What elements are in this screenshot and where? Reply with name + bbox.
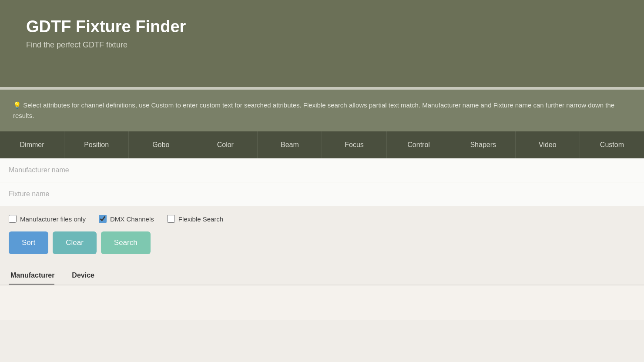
category-btn-custom[interactable]: Custom: [580, 131, 644, 158]
checkboxes-row: Manufacturer files only DMX Channels Fle…: [0, 206, 644, 227]
tabs-row: Manufacturer Device: [0, 263, 644, 285]
category-btn-video[interactable]: Video: [516, 131, 580, 158]
search-section: Manufacturer files only DMX Channels Fle…: [0, 158, 644, 285]
search-button[interactable]: Search: [101, 231, 151, 254]
category-btn-beam[interactable]: Beam: [258, 131, 322, 158]
page-subtitle: Find the perfect GDTF fixture: [26, 40, 618, 50]
header-section: GDTF Fixture Finder Find the perfect GDT…: [0, 0, 644, 87]
fixture-input[interactable]: [0, 182, 644, 206]
category-bar: Dimmer Position Gobo Color Beam Focus Co…: [0, 131, 644, 158]
clear-button[interactable]: Clear: [53, 231, 97, 254]
category-btn-color[interactable]: Color: [193, 131, 258, 158]
category-btn-dimmer[interactable]: Dimmer: [0, 131, 64, 158]
manufacturer-files-only-checkbox[interactable]: [9, 215, 17, 223]
category-btn-focus[interactable]: Focus: [322, 131, 386, 158]
flexible-search-text: Flexible Search: [178, 215, 223, 223]
category-btn-control[interactable]: Control: [387, 131, 451, 158]
flexible-search-label[interactable]: Flexible Search: [167, 215, 223, 223]
tab-device[interactable]: Device: [70, 267, 103, 285]
buttons-row: Sort Clear Search: [0, 227, 644, 263]
flexible-search-checkbox[interactable]: [167, 215, 175, 223]
tab-manufacturer[interactable]: Manufacturer: [9, 267, 63, 285]
category-btn-gobo[interactable]: Gobo: [129, 131, 193, 158]
sort-button[interactable]: Sort: [9, 231, 48, 254]
dmx-channels-checkbox[interactable]: [99, 215, 107, 223]
dmx-channels-text: DMX Channels: [110, 215, 154, 223]
manufacturer-input[interactable]: [0, 158, 644, 182]
results-area: [0, 285, 644, 320]
category-btn-position[interactable]: Position: [64, 131, 129, 158]
info-icon: 💡: [13, 101, 23, 109]
info-bar-text: 💡 Select attributes for channel definiti…: [13, 101, 614, 119]
manufacturer-files-only-text: Manufacturer files only: [20, 215, 86, 223]
info-bar: 💡 Select attributes for channel definiti…: [0, 90, 644, 131]
dmx-channels-label[interactable]: DMX Channels: [99, 215, 154, 223]
page-title: GDTF Fixture Finder: [26, 17, 618, 36]
manufacturer-files-only-label[interactable]: Manufacturer files only: [9, 215, 86, 223]
category-btn-shapers[interactable]: Shapers: [451, 131, 516, 158]
